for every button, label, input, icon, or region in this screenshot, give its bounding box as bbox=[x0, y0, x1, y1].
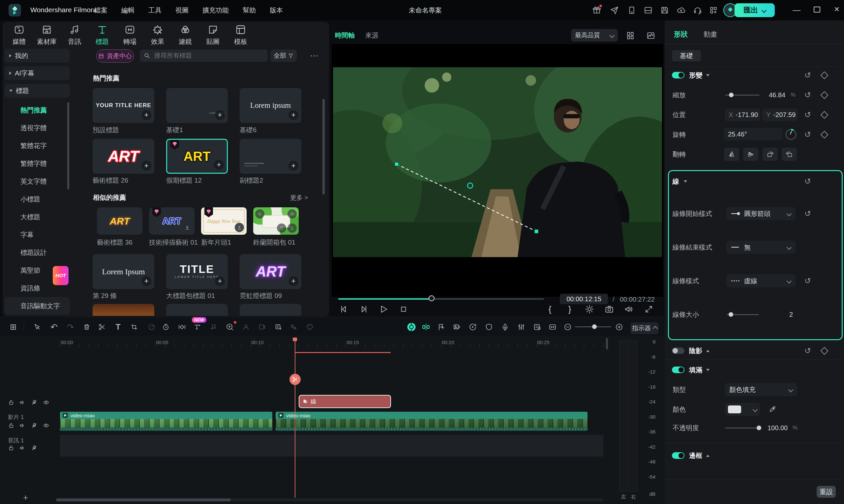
tab-effects[interactable]: 效果 bbox=[144, 24, 172, 46]
favorite-star-icon[interactable] bbox=[277, 223, 286, 233]
caret-up-icon[interactable] bbox=[706, 350, 710, 352]
track-lock-icon[interactable] bbox=[7, 399, 15, 406]
audio-stretch-icon[interactable] bbox=[207, 320, 220, 334]
cloud-upload-icon[interactable] bbox=[675, 5, 687, 16]
speech-to-text-icon[interactable] bbox=[272, 320, 285, 334]
indicator-dropdown[interactable]: 指示器 bbox=[630, 322, 659, 334]
asset-center-badge[interactable]: 資產中心 bbox=[96, 50, 134, 62]
timeline-zoom-slider[interactable] bbox=[575, 326, 611, 327]
select-cursor-icon[interactable] bbox=[30, 320, 43, 334]
minimize-button[interactable]: — bbox=[793, 5, 801, 15]
previous-frame-button[interactable] bbox=[337, 303, 350, 316]
fill-toggle[interactable] bbox=[672, 366, 684, 373]
sidebar-item-big-titles[interactable]: 大標題 bbox=[5, 208, 70, 226]
menu-version[interactable]: 版本 bbox=[270, 6, 283, 15]
reset-icon[interactable]: ↺ bbox=[805, 91, 811, 99]
ai-portrait-icon[interactable] bbox=[239, 320, 253, 334]
video-clip-2[interactable]: video-miao bbox=[276, 412, 588, 431]
sidebar-item-audio-driven-text[interactable]: 音訊驅動文字 bbox=[5, 297, 70, 315]
flip-vertical-button[interactable] bbox=[743, 148, 758, 161]
selection-overlay[interactable] bbox=[332, 44, 663, 297]
timeline-hscroll-thumb[interactable] bbox=[56, 499, 231, 501]
title-clip-line[interactable]: 線 bbox=[299, 395, 391, 408]
scale-value[interactable]: 46.84 bbox=[769, 91, 785, 99]
track-record-off-icon[interactable] bbox=[30, 399, 38, 406]
template-card-holiday12-selected[interactable]: ART + bbox=[166, 139, 228, 174]
fill-color-dropdown[interactable] bbox=[725, 403, 760, 416]
template-card-bigtitle01[interactable]: TITLE LOWER TITLE HERE + bbox=[166, 254, 228, 289]
tab-audio[interactable]: 音訊 bbox=[61, 24, 88, 46]
add-icon[interactable]: + bbox=[288, 110, 298, 120]
scale-slider[interactable] bbox=[725, 95, 759, 95]
video-preview[interactable] bbox=[332, 44, 663, 297]
translate-icon[interactable] bbox=[287, 320, 300, 334]
sidebar-item-tc-fancy[interactable]: 繁體花字 bbox=[5, 137, 70, 155]
play-button[interactable] bbox=[377, 303, 390, 316]
delete-trash-icon[interactable] bbox=[80, 320, 93, 334]
reset-icon[interactable]: ↺ bbox=[805, 347, 811, 355]
template-card-lily-unbox01[interactable] bbox=[253, 207, 299, 235]
audio-mixer-icon[interactable] bbox=[515, 320, 528, 334]
shadow-toggle[interactable] bbox=[672, 347, 684, 354]
duration-icon[interactable] bbox=[159, 320, 173, 334]
template-card-neon09[interactable]: ART + bbox=[240, 254, 301, 289]
mark-in-button[interactable]: { bbox=[543, 303, 557, 316]
next-frame-button[interactable] bbox=[357, 303, 371, 316]
menu-view[interactable]: 視圖 bbox=[175, 6, 188, 15]
preview-settings-gear-icon[interactable] bbox=[583, 303, 596, 316]
quick-split-icon[interactable] bbox=[419, 320, 433, 334]
track-mute-icon[interactable] bbox=[18, 444, 26, 452]
sidebar-item-small-titles[interactable]: 小標題 bbox=[5, 190, 70, 208]
template-card-newyear1[interactable]: Happy New Year bbox=[201, 207, 247, 235]
add-icon[interactable]: + bbox=[214, 160, 224, 170]
add-icon[interactable]: + bbox=[288, 276, 298, 286]
template-card-partial[interactable] bbox=[240, 304, 301, 316]
seek-knob[interactable] bbox=[429, 295, 434, 301]
support-headset-icon[interactable] bbox=[692, 5, 703, 16]
tab-filters[interactable]: 濾鏡 bbox=[172, 24, 199, 46]
sidebar-item-hot[interactable]: 熱門推薦 bbox=[5, 101, 70, 119]
fit-timeline-icon[interactable] bbox=[546, 320, 559, 334]
add-icon[interactable]: + bbox=[141, 110, 151, 120]
reset-icon[interactable]: ↺ bbox=[805, 277, 811, 285]
sidebar-group-my[interactable]: 我的 bbox=[5, 49, 70, 62]
tab-source[interactable]: 來源 bbox=[365, 31, 378, 40]
add-track-button[interactable]: + bbox=[23, 492, 28, 503]
volume-icon[interactable] bbox=[623, 303, 636, 316]
rotate-ccw-button[interactable] bbox=[782, 148, 797, 161]
tab-animation[interactable]: 動畫 bbox=[703, 30, 717, 39]
line-end-dropdown[interactable]: 無 bbox=[726, 241, 795, 254]
keyframe-icon[interactable] bbox=[820, 111, 828, 119]
template-card-subtitle2[interactable]: + bbox=[240, 139, 301, 174]
download-icon[interactable] bbox=[287, 223, 297, 233]
track-visibility-icon[interactable] bbox=[42, 399, 50, 406]
tab-stock[interactable]: 素材庫 bbox=[33, 24, 61, 46]
sidebar-item-perspective[interactable]: 透視字體 bbox=[5, 119, 70, 137]
redo-icon[interactable]: ↷ bbox=[64, 320, 77, 334]
keyframe-icon[interactable] bbox=[820, 91, 828, 99]
render-preview-icon[interactable] bbox=[466, 320, 479, 334]
layout-icon[interactable] bbox=[642, 5, 654, 16]
template-card-partial[interactable] bbox=[93, 304, 154, 316]
menu-extensions[interactable]: 擴充功能 bbox=[202, 6, 229, 15]
eyedropper-icon[interactable] bbox=[767, 403, 779, 416]
multiview-icon[interactable] bbox=[625, 31, 636, 40]
zoom-in-icon[interactable] bbox=[613, 320, 626, 334]
template-card-art36[interactable]: ART bbox=[97, 207, 142, 235]
sidebar-group-ai-captions[interactable]: AI字幕 bbox=[5, 66, 70, 80]
quality-shield-icon[interactable] bbox=[482, 320, 496, 334]
track-manager-icon[interactable]: ⊞ bbox=[6, 320, 20, 334]
close-button[interactable]: × bbox=[834, 4, 839, 15]
template-card-basic1[interactable]: Lorem ipsum + bbox=[166, 88, 228, 123]
template-card-art26[interactable]: ART + bbox=[93, 139, 154, 174]
add-icon[interactable]: + bbox=[141, 161, 151, 171]
tab-stickers[interactable]: 貼圖 bbox=[199, 24, 227, 46]
track-lock-icon[interactable] bbox=[7, 422, 15, 429]
track-record-off-icon[interactable] bbox=[30, 444, 38, 452]
sidebar-item-info-bar[interactable]: 資訊條 bbox=[5, 279, 70, 297]
reset-icon[interactable]: ↺ bbox=[805, 111, 811, 119]
fill-type-dropdown[interactable]: 顏色填充 bbox=[725, 383, 797, 396]
split-scissors-icon[interactable] bbox=[95, 320, 108, 334]
reset-icon[interactable]: ↺ bbox=[805, 210, 811, 218]
apps-grid-icon[interactable] bbox=[707, 5, 719, 16]
